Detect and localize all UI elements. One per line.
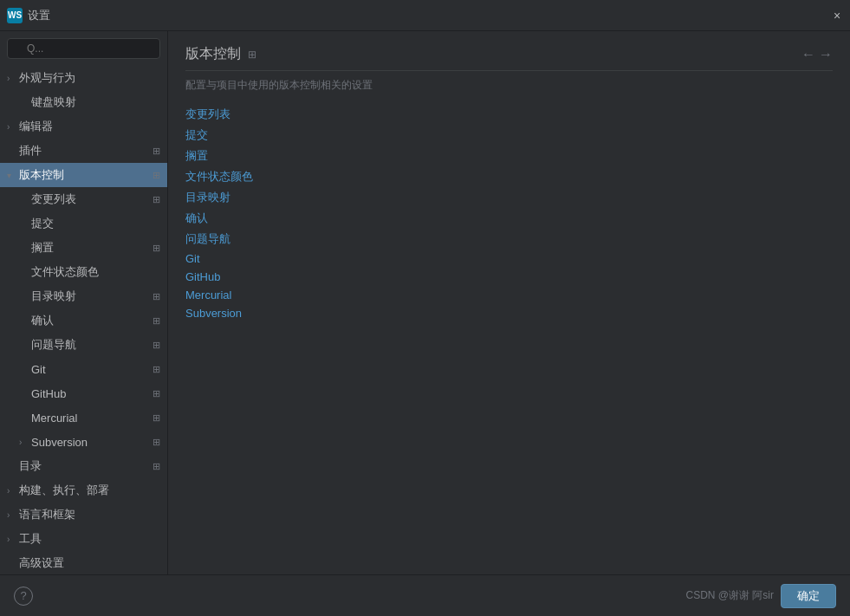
sidebar-item-editor[interactable]: ›编辑器 (0, 114, 167, 139)
settings-icon: ⊞ (152, 315, 160, 327)
sidebar-item-tools[interactable]: ›工具 (0, 527, 167, 551)
sidebar-item-vcs[interactable]: ▾版本控制⊞ (0, 163, 167, 187)
sidebar-item-label: 工具 (19, 531, 160, 547)
breadcrumb-icon: ⊞ (248, 49, 256, 61)
sidebar-item-label: 目录 (19, 458, 152, 474)
content-link-dirmap[interactable]: 目录映射 (185, 190, 833, 205)
sidebar-item-issue[interactable]: 问题导航⊞ (0, 333, 167, 357)
settings-icon: ⊞ (152, 364, 160, 375)
bottom-bar: ? CSDN @谢谢 阿sir 确定 (0, 574, 850, 616)
content-header: 版本控制 ⊞ ← → (185, 45, 833, 71)
sidebar-item-label: 搁置 (31, 240, 152, 256)
chevron-icon: › (7, 535, 19, 544)
settings-icon: ⊞ (152, 412, 160, 424)
sidebar-item-label: Mercurial (31, 412, 152, 425)
sidebar-item-label: 文件状态颜色 (31, 264, 160, 280)
sidebar-item-dirmap[interactable]: 目录映射⊞ (0, 284, 167, 308)
sidebar-item-shelve[interactable]: 搁置⊞ (0, 236, 167, 260)
chevron-icon: › (7, 510, 19, 520)
sidebar-item-label: GitHub (31, 387, 152, 400)
chevron-icon: › (7, 122, 19, 132)
sidebar-item-keymap[interactable]: 键盘映射 (0, 90, 167, 114)
chevron-icon: › (7, 486, 19, 496)
nav-back-arrow[interactable]: ← (801, 47, 815, 62)
title-bar: WS 设置 × (0, 0, 850, 31)
sidebar-item-label: 键盘映射 (31, 94, 160, 110)
settings-icon: ⊞ (152, 194, 160, 205)
watermark-text: CSDN @谢谢 阿sir (685, 588, 774, 603)
settings-icon: ⊞ (152, 291, 160, 302)
content-link-confirm[interactable]: 确认 (185, 211, 833, 226)
chevron-icon: ▾ (7, 171, 19, 180)
sidebar-item-filestatus[interactable]: 文件状态颜色 (0, 260, 167, 284)
sidebar-item-plugins[interactable]: 插件⊞ (0, 139, 167, 163)
content-area: 版本控制 ⊞ ← → 配置与项目中使用的版本控制相关的设置 变更列表提交搁置文件… (168, 31, 850, 574)
search-box: 🔍 (0, 31, 167, 66)
sidebar-item-appearance[interactable]: ›外观与行为 (0, 66, 167, 90)
app-icon: WS (7, 8, 23, 23)
sidebar-item-label: 目录映射 (31, 289, 152, 304)
sidebar-item-label: 确认 (31, 313, 152, 328)
content-link-github[interactable]: GitHub (185, 270, 833, 283)
content-link-subversion[interactable]: Subversion (185, 307, 833, 320)
chevron-icon: › (7, 74, 19, 83)
sidebar-item-label: Subversion (31, 436, 152, 449)
sidebar-item-langfw[interactable]: ›语言和框架 (0, 503, 167, 527)
title-bar-left: WS 设置 (7, 8, 50, 23)
sidebar-item-directory[interactable]: 目录⊞ (0, 454, 167, 478)
content-title: 版本控制 (185, 45, 241, 63)
sidebar-item-mercurial[interactable]: Mercurial⊞ (0, 405, 167, 430)
window-title: 设置 (28, 8, 50, 23)
sidebar-item-commit[interactable]: 提交 (0, 211, 167, 236)
sidebar-item-label: 变更列表 (31, 191, 152, 207)
content-link-filestatus[interactable]: 文件状态颜色 (185, 169, 833, 185)
nav-forward-arrow[interactable]: → (819, 47, 833, 62)
content-description: 配置与项目中使用的版本控制相关的设置 (185, 78, 833, 93)
sidebar-item-label: 插件 (19, 143, 152, 159)
sidebar-item-label: 外观与行为 (19, 70, 160, 86)
content-links-container: 变更列表提交搁置文件状态颜色目录映射确认问题导航GitGitHubMercuri… (185, 107, 833, 320)
sidebar-item-changelists[interactable]: 变更列表⊞ (0, 187, 167, 211)
sidebar-item-confirm[interactable]: 确认⊞ (0, 308, 167, 333)
sidebar-item-label: 高级设置 (19, 555, 160, 571)
settings-icon: ⊞ (152, 146, 160, 157)
nav-arrows: ← → (801, 47, 833, 62)
content-link-commit[interactable]: 提交 (185, 127, 833, 143)
settings-icon: ⊞ (152, 170, 160, 181)
settings-icon: ⊞ (152, 461, 160, 472)
sidebar-item-label: 语言和框架 (19, 507, 160, 522)
content-link-shelve[interactable]: 搁置 (185, 148, 833, 164)
ok-button[interactable]: 确定 (781, 584, 836, 608)
settings-icon: ⊞ (152, 243, 160, 254)
settings-icon: ⊞ (152, 340, 160, 351)
sidebar-item-subversion[interactable]: ›Subversion⊞ (0, 430, 167, 454)
sidebar-items-container: ›外观与行为 键盘映射›编辑器 插件⊞▾版本控制⊞ 变更列表⊞ 提交 搁置⊞ 文… (0, 66, 167, 574)
chevron-icon: › (19, 438, 31, 447)
help-button[interactable]: ? (14, 587, 33, 606)
main-layout: 🔍 ›外观与行为 键盘映射›编辑器 插件⊞▾版本控制⊞ 变更列表⊞ 提交 搁置⊞… (0, 31, 850, 574)
bottom-buttons: CSDN @谢谢 阿sir 确定 (685, 584, 836, 608)
sidebar-item-git[interactable]: Git⊞ (0, 357, 167, 381)
sidebar-item-label: 构建、执行、部署 (19, 483, 160, 498)
sidebar-item-build[interactable]: ›构建、执行、部署 (0, 478, 167, 503)
settings-icon: ⊞ (152, 388, 160, 399)
sidebar-item-label: 问题导航 (31, 337, 152, 353)
content-link-issuenav[interactable]: 问题导航 (185, 231, 833, 247)
content-link-git[interactable]: Git (185, 252, 833, 265)
search-input[interactable] (7, 38, 160, 59)
search-wrapper: 🔍 (7, 38, 160, 59)
content-header-left: 版本控制 ⊞ (185, 45, 256, 63)
sidebar-item-advanced[interactable]: 高级设置 (0, 551, 167, 574)
settings-icon: ⊞ (152, 437, 160, 448)
content-link-mercurial[interactable]: Mercurial (185, 289, 833, 302)
sidebar-item-github[interactable]: GitHub⊞ (0, 381, 167, 405)
sidebar-item-label: 编辑器 (19, 119, 160, 134)
sidebar-item-label: 版本控制 (19, 167, 152, 183)
close-button[interactable]: × (831, 10, 843, 22)
sidebar-item-label: Git (31, 363, 152, 376)
sidebar-item-label: 提交 (31, 216, 160, 231)
sidebar: 🔍 ›外观与行为 键盘映射›编辑器 插件⊞▾版本控制⊞ 变更列表⊞ 提交 搁置⊞… (0, 31, 168, 574)
content-link-changelists[interactable]: 变更列表 (185, 107, 833, 122)
